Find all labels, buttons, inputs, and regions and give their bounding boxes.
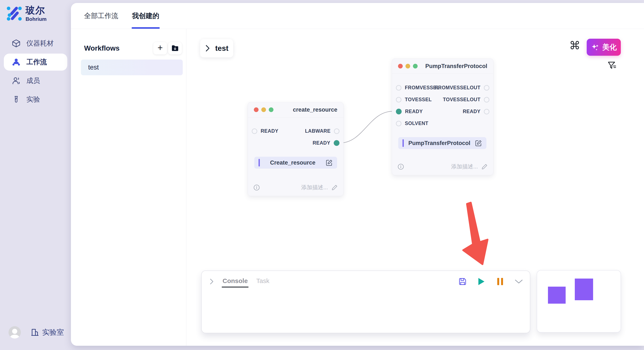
tab-all-workflows[interactable]: 全部工作流 — [84, 3, 118, 29]
info-icon[interactable] — [254, 184, 260, 191]
node-footer: 添加描述... — [254, 184, 338, 191]
filter-button[interactable] — [607, 60, 617, 71]
tab-console[interactable]: Console — [222, 277, 248, 286]
info-icon[interactable] — [398, 164, 404, 170]
logo-subtitle: Bohrium — [26, 16, 47, 22]
action-label: PumpTransferProtocol — [404, 140, 475, 147]
box-icon — [12, 39, 21, 48]
port-label: READY — [405, 109, 423, 114]
bohrium-logo-icon — [6, 5, 22, 21]
breadcrumb-label: test — [215, 44, 228, 52]
add-workflow-button[interactable]: + — [153, 42, 167, 54]
port-circle[interactable] — [396, 85, 402, 91]
input-port-solvent[interactable]: SOLVENT — [396, 121, 428, 126]
beautify-button[interactable]: 美化 — [587, 39, 621, 56]
input-port-tovessel[interactable]: TOVESSEL — [396, 97, 432, 103]
workflow-list-item-test[interactable]: test — [81, 59, 183, 75]
node-create-resource[interactable]: create_resource READY LABWARE READY Crea… — [248, 102, 344, 196]
green-dot[interactable] — [413, 64, 418, 68]
sidebar-item-experiments[interactable]: 实验 — [4, 91, 67, 108]
edit-icon[interactable] — [326, 159, 333, 166]
pause-button[interactable] — [495, 277, 505, 286]
output-port-tovesselout[interactable]: TOVESSELOUT — [443, 97, 490, 103]
sidebar-item-workflow[interactable]: 工作流 — [4, 54, 67, 71]
edit-icon[interactable] — [475, 140, 482, 147]
input-port-ready[interactable]: READY — [396, 109, 423, 114]
input-port-ready[interactable]: READY — [252, 128, 278, 134]
filter-funnel-icon — [607, 61, 617, 70]
port-circle[interactable] — [396, 121, 402, 126]
minimap[interactable] — [537, 270, 621, 333]
main-content-card: 全部工作流 我创建的 Workflows + test — [71, 3, 644, 346]
output-port-labware[interactable]: LABWARE — [305, 128, 340, 134]
workflow-list-panel: Workflows + test — [71, 29, 186, 346]
traffic-dots — [398, 64, 418, 68]
port-circle[interactable] — [484, 85, 490, 91]
port-label: READY — [313, 140, 330, 146]
workflows-title: Workflows — [84, 44, 120, 52]
port-circle[interactable] — [334, 128, 340, 134]
node-title: create_resource — [293, 107, 337, 113]
console-header: Console Task — [209, 276, 524, 287]
logo-title: 玻尔 — [26, 5, 47, 15]
command-palette-button[interactable]: ⌘ — [569, 39, 581, 51]
annotation-red-arrow — [463, 203, 488, 264]
collapse-button[interactable] — [514, 277, 524, 286]
port-circle-connected[interactable] — [396, 109, 402, 114]
action-label: Create_resource — [260, 160, 326, 166]
port-circle[interactable] — [252, 128, 257, 134]
save-button[interactable] — [458, 277, 467, 286]
yellow-dot[interactable] — [406, 64, 410, 68]
red-dot[interactable] — [398, 64, 403, 68]
yellow-dot[interactable] — [261, 107, 266, 112]
tab-my-created[interactable]: 我创建的 — [132, 3, 159, 29]
description-placeholder[interactable]: 添加描述... — [301, 184, 328, 191]
sidebar-item-members[interactable]: 成员 — [4, 72, 67, 89]
port-circle[interactable] — [396, 97, 402, 103]
pencil-icon[interactable] — [481, 164, 488, 170]
run-button[interactable] — [476, 277, 486, 286]
traffic-dots — [254, 107, 274, 112]
output-port-ready[interactable]: READY — [463, 109, 490, 114]
command-icon: ⌘ — [569, 39, 580, 52]
expand-chevron-icon[interactable] — [209, 278, 214, 285]
node-header: create_resource — [248, 102, 343, 117]
minimap-node-rect — [575, 279, 593, 300]
run-play-icon — [477, 277, 485, 286]
flow-canvas[interactable]: test ⌘ 美化 — [186, 29, 644, 346]
avatar[interactable] — [8, 326, 21, 339]
port-circle-connected[interactable] — [334, 140, 340, 146]
minimap-node-rect — [548, 287, 566, 304]
port-label: READY — [463, 109, 480, 114]
input-port-fromvessel[interactable]: FROMVESSEL — [396, 85, 440, 91]
collapse-chevron-icon — [514, 279, 523, 284]
building-icon — [31, 328, 39, 337]
node-action-pump-transfer[interactable]: PumpTransferProtocol — [398, 137, 486, 149]
lab-switcher[interactable]: 实验室 — [31, 328, 64, 337]
port-label: FROMVESSELOUT — [435, 85, 480, 91]
port-label: READY — [261, 128, 278, 134]
green-dot[interactable] — [269, 107, 274, 112]
node-action-create-resource[interactable]: Create_resource — [254, 157, 337, 169]
red-dot[interactable] — [254, 107, 258, 112]
output-port-ready[interactable]: READY — [313, 140, 340, 146]
output-port-fromvesselout[interactable]: FROMVESSELOUT — [435, 85, 490, 91]
breadcrumb[interactable]: test — [200, 39, 233, 57]
edge-create-resource-to-pump — [340, 111, 392, 143]
port-circle[interactable] — [484, 97, 490, 103]
import-workflow-button[interactable] — [168, 42, 182, 54]
node-pump-transfer-protocol[interactable]: PumpTransferProtocol FROMVESSEL TOVESSEL… — [392, 58, 494, 175]
sidebar-item-instruments[interactable]: 仪器耗材 — [4, 35, 67, 52]
description-placeholder[interactable]: 添加描述... — [451, 163, 478, 170]
test-tube-icon — [12, 95, 21, 104]
tab-task[interactable]: Task — [256, 277, 270, 286]
port-circle[interactable] — [484, 109, 490, 114]
node-footer: 添加描述... — [398, 163, 488, 170]
sidebar: 玻尔 Bohrium 仪器耗材 工作流 — [0, 0, 71, 350]
pencil-icon[interactable] — [331, 184, 338, 191]
port-label: TOVESSELOUT — [443, 97, 480, 103]
sidebar-item-label: 仪器耗材 — [26, 39, 54, 48]
lab-label: 实验室 — [42, 328, 64, 337]
sparkles-icon — [591, 43, 599, 51]
port-label: SOLVENT — [405, 121, 428, 126]
